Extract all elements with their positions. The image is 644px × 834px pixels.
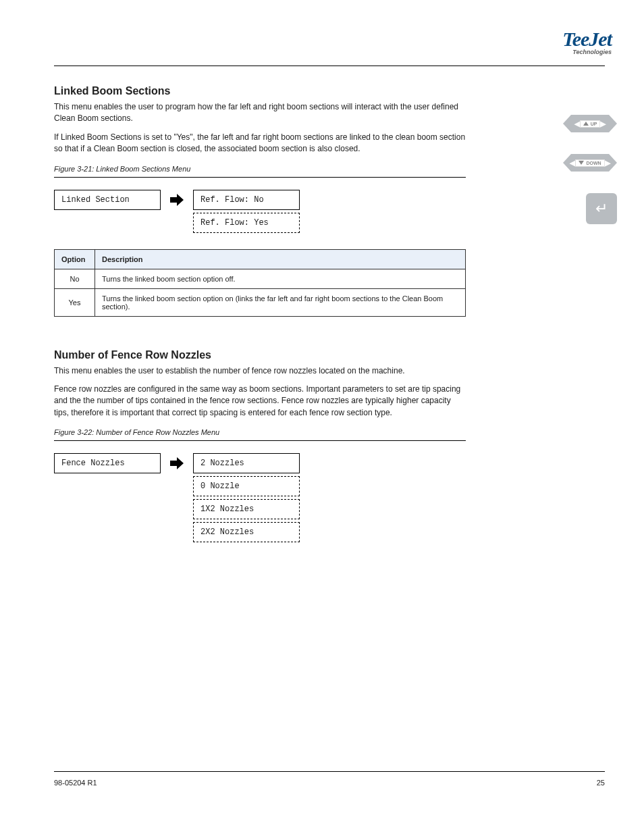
paragraph: If Linked Boom Sections is set to "Yes",… <box>54 132 466 155</box>
figure-fence-row: Fence Nozzles 2 Nozzles 0 Nozzle 1X2 Noz… <box>54 440 466 546</box>
table-row: Yes Turns the linked boom section option… <box>55 288 466 316</box>
display-box: Ref. Flow: No <box>193 190 300 210</box>
svg-marker-0 <box>170 194 184 206</box>
triangle-up-icon <box>583 122 589 126</box>
display-box-alt: 0 Nozzle <box>193 476 300 496</box>
footer-page-number: 25 <box>597 779 605 787</box>
page-footer: 98-05204 R1 25 <box>54 771 605 787</box>
footer-left: 98-05204 R1 <box>54 779 97 787</box>
table-header: Option <box>55 249 95 269</box>
description-cell: Turns the linked boom section option off… <box>95 269 466 288</box>
up-label: UP <box>591 122 597 126</box>
option-cell: No <box>55 269 95 288</box>
svg-marker-1 <box>170 457 184 469</box>
figure-caption: Figure 3-22: Number of Fence Row Nozzles… <box>54 428 466 436</box>
display-box-alt: 1X2 Nozzles <box>193 499 300 519</box>
options-table: Option Description No Turns the linked b… <box>54 249 466 317</box>
arrow-right-icon <box>170 194 184 206</box>
table-row: No Turns the linked boom section option … <box>55 269 466 288</box>
paragraph: Fence row nozzles are configured in the … <box>54 384 466 419</box>
chevron-left-icon: ◀ <box>574 120 580 128</box>
display-box: Linked Section <box>54 190 161 210</box>
triangle-down-icon <box>579 161 584 165</box>
brand-logo: TeeJet Technologies <box>562 30 612 55</box>
up-button[interactable]: ◀ UP ▶ <box>563 115 617 132</box>
display-box-alt: Ref. Flow: Yes <box>193 213 300 233</box>
down-label: DOWN <box>586 161 601 165</box>
logo-subtext: Technologies <box>562 49 612 55</box>
enter-button[interactable]: ↵ <box>586 193 617 224</box>
display-box: Fence Nozzles <box>54 453 161 473</box>
chevron-right-icon: ▶ <box>605 159 610 167</box>
figure-caption: Figure 3-21: Linked Boom Sections Menu <box>54 165 466 173</box>
display-box: 2 Nozzles <box>193 453 300 473</box>
paragraph: This menu enables the user to establish … <box>54 365 466 377</box>
arrow-right-icon <box>170 457 184 469</box>
side-button-column: ◀ UP ▶ ◀ DOWN ▶ ↵ <box>563 115 617 224</box>
table-header: Description <box>95 249 466 269</box>
chevron-left-icon: ◀ <box>570 159 575 167</box>
logo-text: TeeJet <box>562 30 612 48</box>
figure-linked-boom: Linked Section Ref. Flow: No Ref. Flow: … <box>54 177 466 237</box>
chevron-right-icon: ▶ <box>600 120 606 128</box>
section-title-fence-row: Number of Fence Row Nozzles <box>54 349 466 361</box>
enter-icon: ↵ <box>595 200 608 217</box>
paragraph: This menu enables the user to program ho… <box>54 101 466 125</box>
display-box-alt: 2X2 Nozzles <box>193 522 300 542</box>
header: TeeJet Technologies <box>54 34 605 66</box>
section-title-linked-boom: Linked Boom Sections <box>54 85 466 97</box>
option-cell: Yes <box>55 288 95 316</box>
down-button[interactable]: ◀ DOWN ▶ <box>563 154 617 172</box>
description-cell: Turns the linked boom section option on … <box>95 288 466 316</box>
